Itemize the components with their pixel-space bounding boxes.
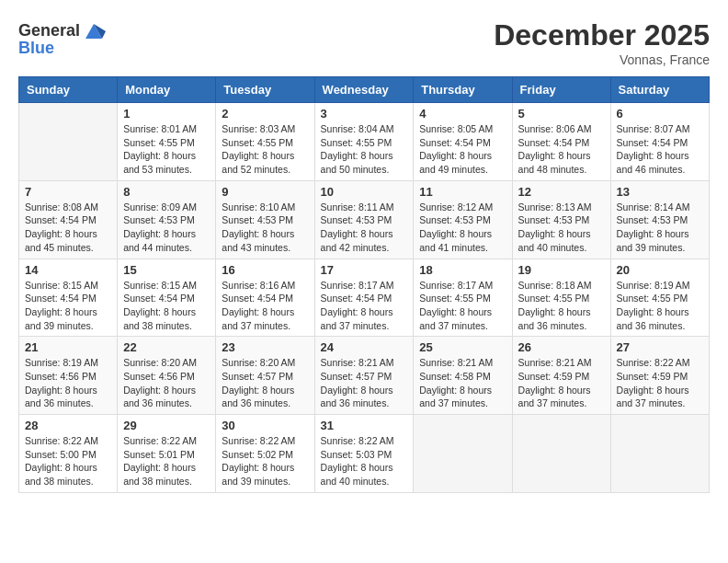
day-number: 19 xyxy=(518,263,605,277)
calendar-cell: 27Sunrise: 8:22 AM Sunset: 4:59 PM Dayli… xyxy=(610,337,709,415)
calendar-cell: 13Sunrise: 8:14 AM Sunset: 4:53 PM Dayli… xyxy=(610,180,709,259)
day-info: Sunrise: 8:12 AM Sunset: 4:53 PM Dayligh… xyxy=(419,201,506,255)
month-title: December 2025 xyxy=(494,18,710,52)
day-info: Sunrise: 8:17 AM Sunset: 4:54 PM Dayligh… xyxy=(321,279,408,333)
calendar-cell: 1Sunrise: 8:01 AM Sunset: 4:55 PM Daylig… xyxy=(118,103,216,181)
day-number: 26 xyxy=(518,340,605,354)
calendar-cell: 5Sunrise: 8:06 AM Sunset: 4:54 PM Daylig… xyxy=(512,103,610,181)
logo-icon xyxy=(82,18,106,42)
day-info: Sunrise: 8:20 AM Sunset: 4:56 PM Dayligh… xyxy=(123,356,210,410)
day-info: Sunrise: 8:08 AM Sunset: 4:54 PM Dayligh… xyxy=(25,201,111,255)
logo: General Blue xyxy=(18,18,106,58)
calendar-cell xyxy=(414,415,512,493)
day-info: Sunrise: 8:03 AM Sunset: 4:55 PM Dayligh… xyxy=(222,122,308,177)
day-number: 28 xyxy=(25,419,111,432)
day-number: 2 xyxy=(222,107,308,121)
day-info: Sunrise: 8:05 AM Sunset: 4:54 PM Dayligh… xyxy=(419,122,506,177)
location: Vonnas, France xyxy=(494,52,710,67)
logo-blue: Blue xyxy=(18,39,54,58)
day-info: Sunrise: 8:22 AM Sunset: 5:00 PM Dayligh… xyxy=(25,434,111,488)
calendar-cell: 31Sunrise: 8:22 AM Sunset: 5:03 PM Dayli… xyxy=(314,415,414,493)
weekday-header-friday: Friday xyxy=(512,77,610,103)
day-info: Sunrise: 8:09 AM Sunset: 4:53 PM Dayligh… xyxy=(123,201,210,255)
day-info: Sunrise: 8:18 AM Sunset: 4:55 PM Dayligh… xyxy=(518,279,605,333)
day-info: Sunrise: 8:21 AM Sunset: 4:58 PM Dayligh… xyxy=(419,356,506,410)
calendar-cell: 21Sunrise: 8:19 AM Sunset: 4:56 PM Dayli… xyxy=(19,337,118,415)
day-number: 7 xyxy=(25,185,111,199)
day-info: Sunrise: 8:15 AM Sunset: 4:54 PM Dayligh… xyxy=(25,279,111,333)
calendar-cell: 7Sunrise: 8:08 AM Sunset: 4:54 PM Daylig… xyxy=(19,180,118,259)
weekday-header-sunday: Sunday xyxy=(19,77,118,103)
day-number: 22 xyxy=(123,340,210,354)
calendar-cell: 24Sunrise: 8:21 AM Sunset: 4:57 PM Dayli… xyxy=(314,337,414,415)
calendar-cell: 19Sunrise: 8:18 AM Sunset: 4:55 PM Dayli… xyxy=(512,259,610,337)
calendar-cell: 15Sunrise: 8:15 AM Sunset: 4:54 PM Dayli… xyxy=(118,259,216,337)
day-info: Sunrise: 8:17 AM Sunset: 4:55 PM Dayligh… xyxy=(419,279,506,333)
day-info: Sunrise: 8:15 AM Sunset: 4:54 PM Dayligh… xyxy=(123,279,210,333)
calendar-cell: 30Sunrise: 8:22 AM Sunset: 5:02 PM Dayli… xyxy=(216,415,314,493)
calendar-cell: 10Sunrise: 8:11 AM Sunset: 4:53 PM Dayli… xyxy=(314,180,414,259)
weekday-header-saturday: Saturday xyxy=(610,77,709,103)
weekday-header-wednesday: Wednesday xyxy=(314,77,414,103)
day-number: 23 xyxy=(222,340,308,354)
calendar-cell: 2Sunrise: 8:03 AM Sunset: 4:55 PM Daylig… xyxy=(216,103,314,181)
calendar-cell: 9Sunrise: 8:10 AM Sunset: 4:53 PM Daylig… xyxy=(216,180,314,259)
day-number: 21 xyxy=(25,340,111,354)
day-info: Sunrise: 8:16 AM Sunset: 4:54 PM Dayligh… xyxy=(222,279,308,333)
day-number: 3 xyxy=(321,107,408,121)
day-number: 14 xyxy=(25,263,111,277)
calendar-cell xyxy=(610,415,709,493)
day-number: 13 xyxy=(617,185,703,199)
day-info: Sunrise: 8:19 AM Sunset: 4:55 PM Dayligh… xyxy=(617,279,703,333)
day-info: Sunrise: 8:11 AM Sunset: 4:53 PM Dayligh… xyxy=(321,201,408,255)
calendar-cell: 14Sunrise: 8:15 AM Sunset: 4:54 PM Dayli… xyxy=(19,259,118,337)
calendar-cell: 16Sunrise: 8:16 AM Sunset: 4:54 PM Dayli… xyxy=(216,259,314,337)
calendar-week-row: 14Sunrise: 8:15 AM Sunset: 4:54 PM Dayli… xyxy=(19,259,710,337)
page-header: General Blue December 2025 Vonnas, Franc… xyxy=(18,18,710,67)
calendar-cell xyxy=(512,415,610,493)
calendar-cell: 26Sunrise: 8:21 AM Sunset: 4:59 PM Dayli… xyxy=(512,337,610,415)
day-info: Sunrise: 8:10 AM Sunset: 4:53 PM Dayligh… xyxy=(222,201,308,255)
day-number: 27 xyxy=(617,340,703,354)
day-info: Sunrise: 8:21 AM Sunset: 4:57 PM Dayligh… xyxy=(321,356,408,410)
day-info: Sunrise: 8:22 AM Sunset: 5:03 PM Dayligh… xyxy=(321,434,408,488)
day-number: 29 xyxy=(123,419,210,432)
day-info: Sunrise: 8:22 AM Sunset: 5:02 PM Dayligh… xyxy=(222,434,308,488)
day-number: 25 xyxy=(419,340,506,354)
day-info: Sunrise: 8:07 AM Sunset: 4:54 PM Dayligh… xyxy=(617,122,703,177)
weekday-header-thursday: Thursday xyxy=(414,77,512,103)
calendar-cell: 20Sunrise: 8:19 AM Sunset: 4:55 PM Dayli… xyxy=(610,259,709,337)
day-info: Sunrise: 8:21 AM Sunset: 4:59 PM Dayligh… xyxy=(518,356,605,410)
weekday-header-tuesday: Tuesday xyxy=(216,77,314,103)
day-number: 10 xyxy=(321,185,408,199)
day-info: Sunrise: 8:22 AM Sunset: 4:59 PM Dayligh… xyxy=(617,356,703,410)
day-info: Sunrise: 8:19 AM Sunset: 4:56 PM Dayligh… xyxy=(25,356,111,410)
day-info: Sunrise: 8:13 AM Sunset: 4:53 PM Dayligh… xyxy=(518,201,605,255)
calendar-cell: 3Sunrise: 8:04 AM Sunset: 4:55 PM Daylig… xyxy=(314,103,414,181)
day-number: 15 xyxy=(123,263,210,277)
calendar-cell: 6Sunrise: 8:07 AM Sunset: 4:54 PM Daylig… xyxy=(610,103,709,181)
calendar-header-row: SundayMondayTuesdayWednesdayThursdayFrid… xyxy=(19,77,710,103)
day-number: 31 xyxy=(321,419,408,432)
calendar-cell: 4Sunrise: 8:05 AM Sunset: 4:54 PM Daylig… xyxy=(414,103,512,181)
calendar-week-row: 1Sunrise: 8:01 AM Sunset: 4:55 PM Daylig… xyxy=(19,103,710,181)
day-number: 24 xyxy=(321,340,408,354)
day-number: 18 xyxy=(419,263,506,277)
calendar-cell: 23Sunrise: 8:20 AM Sunset: 4:57 PM Dayli… xyxy=(216,337,314,415)
calendar-cell: 18Sunrise: 8:17 AM Sunset: 4:55 PM Dayli… xyxy=(414,259,512,337)
day-number: 16 xyxy=(222,263,308,277)
day-number: 9 xyxy=(222,185,308,199)
day-info: Sunrise: 8:01 AM Sunset: 4:55 PM Dayligh… xyxy=(123,122,210,177)
day-number: 8 xyxy=(123,185,210,199)
day-number: 1 xyxy=(123,107,210,121)
calendar-cell: 8Sunrise: 8:09 AM Sunset: 4:53 PM Daylig… xyxy=(118,180,216,259)
calendar-week-row: 21Sunrise: 8:19 AM Sunset: 4:56 PM Dayli… xyxy=(19,337,710,415)
day-info: Sunrise: 8:22 AM Sunset: 5:01 PM Dayligh… xyxy=(123,434,210,488)
day-number: 17 xyxy=(321,263,408,277)
logo-general: General xyxy=(18,21,80,40)
day-info: Sunrise: 8:14 AM Sunset: 4:53 PM Dayligh… xyxy=(617,201,703,255)
day-number: 12 xyxy=(518,185,605,199)
day-number: 11 xyxy=(419,185,506,199)
calendar-cell xyxy=(19,103,118,181)
calendar-week-row: 28Sunrise: 8:22 AM Sunset: 5:00 PM Dayli… xyxy=(19,415,710,493)
